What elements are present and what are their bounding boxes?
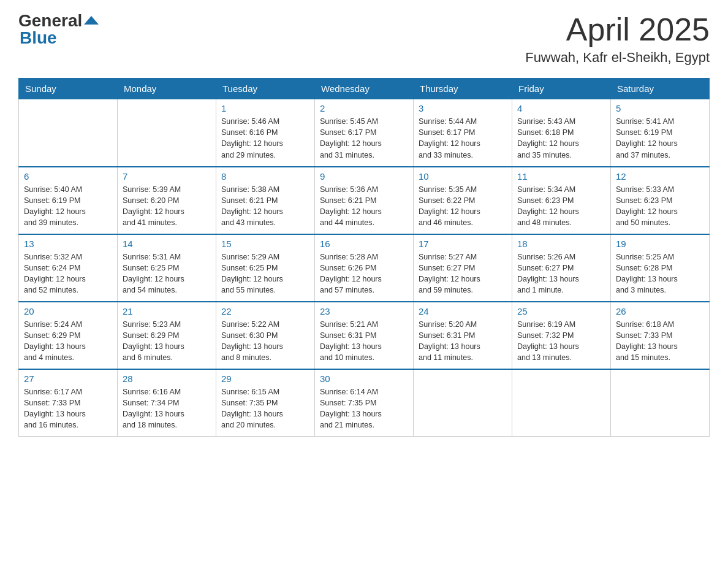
col-header-saturday: Saturday [611,79,710,99]
day-info: Sunrise: 6:14 AM Sunset: 7:35 PM Dayligh… [320,386,408,431]
calendar-cell: 26Sunrise: 6:18 AM Sunset: 7:33 PM Dayli… [611,302,710,369]
calendar-cell: 21Sunrise: 5:23 AM Sunset: 6:29 PM Dayli… [118,302,216,369]
col-header-tuesday: Tuesday [216,79,315,99]
calendar-cell: 22Sunrise: 5:22 AM Sunset: 6:30 PM Dayli… [216,302,315,369]
calendar-cell: 5Sunrise: 5:41 AM Sunset: 6:19 PM Daylig… [611,99,710,167]
week-row-5: 27Sunrise: 6:17 AM Sunset: 7:33 PM Dayli… [19,369,710,437]
calendar-cell: 9Sunrise: 5:36 AM Sunset: 6:21 PM Daylig… [315,167,414,234]
day-info: Sunrise: 5:39 AM Sunset: 6:20 PM Dayligh… [123,184,211,229]
logo-blue: Blue [20,28,57,47]
logo: General Blue [18,12,99,47]
day-info: Sunrise: 5:26 AM Sunset: 6:27 PM Dayligh… [517,251,605,296]
day-number: 23 [320,306,408,316]
calendar-cell: 29Sunrise: 6:15 AM Sunset: 7:35 PM Dayli… [216,369,315,437]
calendar-cell: 23Sunrise: 5:21 AM Sunset: 6:31 PM Dayli… [315,302,414,369]
calendar-cell: 3Sunrise: 5:44 AM Sunset: 6:17 PM Daylig… [414,99,512,167]
day-number: 16 [320,239,408,249]
day-number: 26 [616,306,704,316]
day-number: 27 [24,373,112,384]
day-info: Sunrise: 5:46 AM Sunset: 6:16 PM Dayligh… [221,116,309,161]
day-info: Sunrise: 6:17 AM Sunset: 7:33 PM Dayligh… [24,386,112,431]
day-info: Sunrise: 6:15 AM Sunset: 7:35 PM Dayligh… [221,386,309,431]
logo-general: General [18,12,82,29]
day-info: Sunrise: 5:29 AM Sunset: 6:25 PM Dayligh… [221,251,309,296]
day-number: 1 [221,103,309,113]
week-row-4: 20Sunrise: 5:24 AM Sunset: 6:29 PM Dayli… [19,302,710,369]
col-header-thursday: Thursday [414,79,512,99]
day-info: Sunrise: 5:22 AM Sunset: 6:30 PM Dayligh… [221,319,309,364]
day-info: Sunrise: 5:44 AM Sunset: 6:17 PM Dayligh… [419,116,507,161]
day-info: Sunrise: 6:19 AM Sunset: 7:32 PM Dayligh… [517,319,605,364]
col-header-sunday: Sunday [19,79,118,99]
day-number: 21 [123,306,211,316]
calendar-cell: 11Sunrise: 5:34 AM Sunset: 6:23 PM Dayli… [512,167,611,234]
page-header: General Blue April 2025 Fuwwah, Kafr el-… [18,12,710,66]
day-number: 7 [123,171,211,182]
day-number: 9 [320,171,408,182]
day-number: 22 [221,306,309,316]
day-info: Sunrise: 5:38 AM Sunset: 6:21 PM Dayligh… [221,184,309,229]
day-number: 20 [24,306,112,316]
day-number: 24 [419,306,507,316]
day-info: Sunrise: 5:41 AM Sunset: 6:19 PM Dayligh… [616,116,704,161]
calendar-cell [118,99,216,167]
day-info: Sunrise: 5:23 AM Sunset: 6:29 PM Dayligh… [123,319,211,364]
day-number: 13 [24,239,112,249]
col-header-wednesday: Wednesday [315,79,414,99]
day-info: Sunrise: 5:27 AM Sunset: 6:27 PM Dayligh… [419,251,507,296]
calendar-cell: 16Sunrise: 5:28 AM Sunset: 6:26 PM Dayli… [315,234,414,302]
day-number: 4 [517,103,605,113]
calendar-cell [414,369,512,437]
calendar-cell: 19Sunrise: 5:25 AM Sunset: 6:28 PM Dayli… [611,234,710,302]
day-number: 3 [419,103,507,113]
col-header-friday: Friday [512,79,611,99]
day-number: 8 [221,171,309,182]
calendar-cell: 7Sunrise: 5:39 AM Sunset: 6:20 PM Daylig… [118,167,216,234]
day-info: Sunrise: 5:40 AM Sunset: 6:19 PM Dayligh… [24,184,112,229]
day-info: Sunrise: 5:45 AM Sunset: 6:17 PM Dayligh… [320,116,408,161]
calendar-table: SundayMondayTuesdayWednesdayThursdayFrid… [18,78,710,437]
day-number: 28 [123,373,211,384]
day-info: Sunrise: 5:43 AM Sunset: 6:18 PM Dayligh… [517,116,605,161]
day-info: Sunrise: 5:28 AM Sunset: 6:26 PM Dayligh… [320,251,408,296]
week-row-1: 1Sunrise: 5:46 AM Sunset: 6:16 PM Daylig… [19,99,710,167]
header-row: SundayMondayTuesdayWednesdayThursdayFrid… [19,79,710,99]
title-area: April 2025 Fuwwah, Kafr el-Sheikh, Egypt [525,12,710,66]
calendar-cell: 24Sunrise: 5:20 AM Sunset: 6:31 PM Dayli… [414,302,512,369]
day-number: 17 [419,239,507,249]
calendar-cell: 2Sunrise: 5:45 AM Sunset: 6:17 PM Daylig… [315,99,414,167]
calendar-cell [19,99,118,167]
day-info: Sunrise: 6:16 AM Sunset: 7:34 PM Dayligh… [123,386,211,431]
day-info: Sunrise: 5:36 AM Sunset: 6:21 PM Dayligh… [320,184,408,229]
day-info: Sunrise: 6:18 AM Sunset: 7:33 PM Dayligh… [616,319,704,364]
calendar-cell: 28Sunrise: 6:16 AM Sunset: 7:34 PM Dayli… [118,369,216,437]
day-number: 25 [517,306,605,316]
week-row-3: 13Sunrise: 5:32 AM Sunset: 6:24 PM Dayli… [19,234,710,302]
calendar-cell: 15Sunrise: 5:29 AM Sunset: 6:25 PM Dayli… [216,234,315,302]
calendar-cell: 8Sunrise: 5:38 AM Sunset: 6:21 PM Daylig… [216,167,315,234]
calendar-cell: 27Sunrise: 6:17 AM Sunset: 7:33 PM Dayli… [19,369,118,437]
day-info: Sunrise: 5:34 AM Sunset: 6:23 PM Dayligh… [517,184,605,229]
day-number: 2 [320,103,408,113]
day-info: Sunrise: 5:24 AM Sunset: 6:29 PM Dayligh… [24,319,112,364]
calendar-cell: 14Sunrise: 5:31 AM Sunset: 6:25 PM Dayli… [118,234,216,302]
calendar-cell: 20Sunrise: 5:24 AM Sunset: 6:29 PM Dayli… [19,302,118,369]
calendar-cell [611,369,710,437]
col-header-monday: Monday [118,79,216,99]
calendar-title: April 2025 [525,12,710,47]
calendar-cell: 1Sunrise: 5:46 AM Sunset: 6:16 PM Daylig… [216,99,315,167]
day-number: 19 [616,239,704,249]
calendar-cell: 6Sunrise: 5:40 AM Sunset: 6:19 PM Daylig… [19,167,118,234]
day-number: 6 [24,171,112,182]
day-info: Sunrise: 5:35 AM Sunset: 6:22 PM Dayligh… [419,184,507,229]
day-number: 15 [221,239,309,249]
day-number: 29 [221,373,309,384]
day-info: Sunrise: 5:33 AM Sunset: 6:23 PM Dayligh… [616,184,704,229]
day-number: 11 [517,171,605,182]
calendar-cell [512,369,611,437]
day-info: Sunrise: 5:21 AM Sunset: 6:31 PM Dayligh… [320,319,408,364]
day-number: 18 [517,239,605,249]
calendar-cell: 25Sunrise: 6:19 AM Sunset: 7:32 PM Dayli… [512,302,611,369]
calendar-cell: 4Sunrise: 5:43 AM Sunset: 6:18 PM Daylig… [512,99,611,167]
calendar-cell: 30Sunrise: 6:14 AM Sunset: 7:35 PM Dayli… [315,369,414,437]
